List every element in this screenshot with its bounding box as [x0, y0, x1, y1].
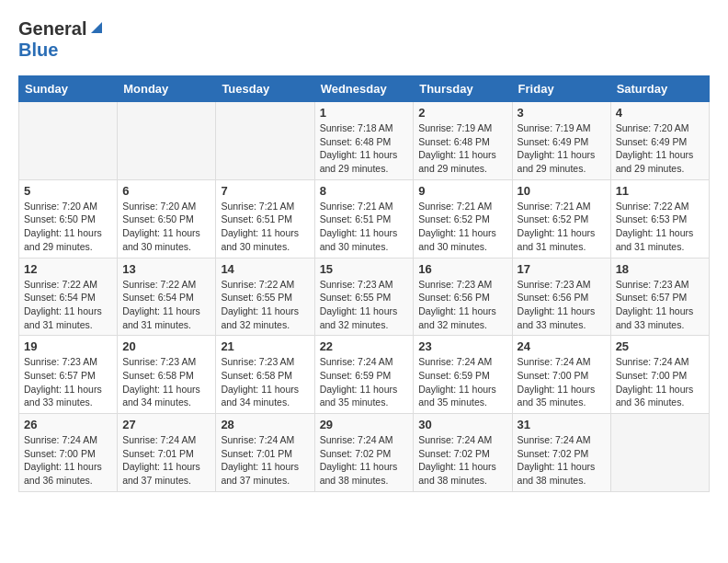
day-number: 27 [122, 418, 210, 431]
calendar-cell: 9Sunrise: 7:21 AM Sunset: 6:52 PM Daylig… [414, 179, 512, 258]
calendar-cell: 13Sunrise: 7:22 AM Sunset: 6:54 PM Dayli… [118, 258, 216, 336]
day-number: 26 [24, 418, 112, 431]
calendar-cell: 21Sunrise: 7:23 AM Sunset: 6:58 PM Dayli… [216, 336, 314, 414]
day-number: 14 [221, 262, 309, 276]
calendar-cell: 14Sunrise: 7:22 AM Sunset: 6:55 PM Dayli… [216, 258, 314, 336]
calendar-cell: 18Sunrise: 7:23 AM Sunset: 6:57 PM Dayli… [610, 258, 709, 336]
calendar-table: SundayMondayTuesdayWednesdayThursdayFrid… [18, 75, 710, 492]
calendar-cell: 17Sunrise: 7:23 AM Sunset: 6:56 PM Dayli… [512, 258, 610, 336]
calendar-cell: 20Sunrise: 7:23 AM Sunset: 6:58 PM Dayli… [118, 336, 216, 414]
day-number: 23 [418, 339, 506, 353]
calendar-cell: 27Sunrise: 7:24 AM Sunset: 7:01 PM Dayli… [118, 414, 216, 492]
calendar-cell: 28Sunrise: 7:24 AM Sunset: 7:01 PM Dayli… [216, 414, 314, 492]
calendar-week-row: 19Sunrise: 7:23 AM Sunset: 6:57 PM Dayli… [19, 336, 710, 414]
day-number: 21 [221, 339, 309, 353]
day-info: Sunrise: 7:24 AM Sunset: 7:02 PM Dayligh… [418, 433, 506, 488]
day-number: 24 [518, 339, 606, 353]
day-info: Sunrise: 7:22 AM Sunset: 6:54 PM Dayligh… [24, 278, 112, 332]
calendar-cell: 16Sunrise: 7:23 AM Sunset: 6:56 PM Dayli… [414, 258, 512, 336]
weekday-header-monday: Monday [118, 76, 216, 102]
day-info: Sunrise: 7:24 AM Sunset: 6:59 PM Dayligh… [320, 355, 409, 409]
calendar-cell: 11Sunrise: 7:22 AM Sunset: 6:53 PM Dayli… [610, 179, 709, 258]
day-info: Sunrise: 7:20 AM Sunset: 6:50 PM Dayligh… [24, 200, 112, 254]
day-info: Sunrise: 7:24 AM Sunset: 7:00 PM Dayligh… [616, 355, 704, 409]
day-number: 4 [616, 106, 704, 120]
logo-arrow-icon [89, 20, 104, 39]
day-number: 7 [221, 184, 309, 198]
calendar-cell: 29Sunrise: 7:24 AM Sunset: 7:02 PM Dayli… [314, 414, 414, 492]
day-info: Sunrise: 7:23 AM Sunset: 6:58 PM Dayligh… [122, 355, 210, 409]
day-number: 13 [122, 262, 210, 276]
calendar-cell [216, 102, 314, 180]
day-info: Sunrise: 7:24 AM Sunset: 7:01 PM Dayligh… [122, 433, 210, 488]
calendar-week-row: 5Sunrise: 7:20 AM Sunset: 6:50 PM Daylig… [19, 179, 710, 258]
day-number: 11 [616, 184, 704, 198]
day-info: Sunrise: 7:24 AM Sunset: 7:00 PM Dayligh… [518, 355, 606, 409]
calendar-cell [610, 414, 709, 492]
logo-general-text: General [18, 18, 86, 40]
day-number: 9 [418, 184, 506, 198]
day-info: Sunrise: 7:19 AM Sunset: 6:48 PM Dayligh… [418, 121, 506, 176]
day-info: Sunrise: 7:23 AM Sunset: 6:56 PM Dayligh… [518, 278, 606, 332]
calendar-cell: 7Sunrise: 7:21 AM Sunset: 6:51 PM Daylig… [216, 179, 314, 258]
day-number: 20 [122, 339, 210, 353]
day-number: 22 [320, 339, 409, 353]
day-info: Sunrise: 7:23 AM Sunset: 6:56 PM Dayligh… [418, 278, 506, 332]
day-info: Sunrise: 7:18 AM Sunset: 6:48 PM Dayligh… [320, 121, 409, 176]
day-number: 15 [320, 262, 409, 276]
weekday-header-tuesday: Tuesday [216, 76, 314, 102]
day-number: 28 [221, 418, 309, 431]
day-number: 12 [24, 262, 112, 276]
day-info: Sunrise: 7:19 AM Sunset: 6:49 PM Dayligh… [518, 121, 606, 176]
calendar-cell: 26Sunrise: 7:24 AM Sunset: 7:00 PM Dayli… [19, 414, 118, 492]
calendar-cell: 3Sunrise: 7:19 AM Sunset: 6:49 PM Daylig… [512, 102, 610, 180]
calendar-cell: 22Sunrise: 7:24 AM Sunset: 6:59 PM Dayli… [314, 336, 414, 414]
day-number: 29 [320, 418, 409, 431]
calendar-cell [118, 102, 216, 180]
svg-marker-0 [91, 22, 102, 33]
day-info: Sunrise: 7:21 AM Sunset: 6:52 PM Dayligh… [418, 200, 506, 254]
calendar-cell: 12Sunrise: 7:22 AM Sunset: 6:54 PM Dayli… [19, 258, 118, 336]
day-info: Sunrise: 7:24 AM Sunset: 7:02 PM Dayligh… [518, 433, 606, 488]
day-info: Sunrise: 7:22 AM Sunset: 6:53 PM Dayligh… [616, 200, 704, 254]
day-info: Sunrise: 7:24 AM Sunset: 7:02 PM Dayligh… [320, 433, 409, 488]
calendar-week-row: 26Sunrise: 7:24 AM Sunset: 7:00 PM Dayli… [19, 414, 710, 492]
day-number: 3 [518, 106, 606, 120]
day-info: Sunrise: 7:21 AM Sunset: 6:51 PM Dayligh… [320, 200, 409, 254]
day-info: Sunrise: 7:23 AM Sunset: 6:57 PM Dayligh… [616, 278, 704, 332]
calendar-cell: 19Sunrise: 7:23 AM Sunset: 6:57 PM Dayli… [19, 336, 118, 414]
day-info: Sunrise: 7:23 AM Sunset: 6:55 PM Dayligh… [320, 278, 409, 332]
calendar-cell: 15Sunrise: 7:23 AM Sunset: 6:55 PM Dayli… [314, 258, 414, 336]
weekday-header-friday: Friday [512, 76, 610, 102]
calendar-cell: 24Sunrise: 7:24 AM Sunset: 7:00 PM Dayli… [512, 336, 610, 414]
day-number: 18 [616, 262, 704, 276]
day-info: Sunrise: 7:22 AM Sunset: 6:54 PM Dayligh… [122, 278, 210, 332]
calendar-week-row: 12Sunrise: 7:22 AM Sunset: 6:54 PM Dayli… [19, 258, 710, 336]
calendar-cell: 8Sunrise: 7:21 AM Sunset: 6:51 PM Daylig… [314, 179, 414, 258]
calendar-cell: 4Sunrise: 7:20 AM Sunset: 6:49 PM Daylig… [610, 102, 709, 180]
day-info: Sunrise: 7:24 AM Sunset: 7:00 PM Dayligh… [24, 433, 112, 488]
calendar-cell: 25Sunrise: 7:24 AM Sunset: 7:00 PM Dayli… [610, 336, 709, 414]
day-number: 10 [518, 184, 606, 198]
day-info: Sunrise: 7:23 AM Sunset: 6:58 PM Dayligh… [221, 355, 309, 409]
calendar-cell: 6Sunrise: 7:20 AM Sunset: 6:50 PM Daylig… [118, 179, 216, 258]
calendar-cell [19, 102, 118, 180]
weekday-header-wednesday: Wednesday [314, 76, 414, 102]
day-info: Sunrise: 7:20 AM Sunset: 6:50 PM Dayligh… [122, 200, 210, 254]
day-number: 5 [24, 184, 112, 198]
day-number: 25 [616, 339, 704, 353]
day-number: 30 [418, 418, 506, 431]
calendar-cell: 10Sunrise: 7:21 AM Sunset: 6:52 PM Dayli… [512, 179, 610, 258]
calendar-cell: 31Sunrise: 7:24 AM Sunset: 7:02 PM Dayli… [512, 414, 610, 492]
day-info: Sunrise: 7:22 AM Sunset: 6:55 PM Dayligh… [221, 278, 309, 332]
calendar-header-row: SundayMondayTuesdayWednesdayThursdayFrid… [19, 76, 710, 102]
day-number: 6 [122, 184, 210, 198]
day-info: Sunrise: 7:23 AM Sunset: 6:57 PM Dayligh… [24, 355, 112, 409]
calendar-week-row: 1Sunrise: 7:18 AM Sunset: 6:48 PM Daylig… [19, 102, 710, 180]
calendar-cell: 23Sunrise: 7:24 AM Sunset: 6:59 PM Dayli… [414, 336, 512, 414]
calendar-cell: 1Sunrise: 7:18 AM Sunset: 6:48 PM Daylig… [314, 102, 414, 180]
day-number: 19 [24, 339, 112, 353]
day-info: Sunrise: 7:21 AM Sunset: 6:51 PM Dayligh… [221, 200, 309, 254]
day-info: Sunrise: 7:20 AM Sunset: 6:49 PM Dayligh… [616, 121, 704, 176]
weekday-header-thursday: Thursday [414, 76, 512, 102]
